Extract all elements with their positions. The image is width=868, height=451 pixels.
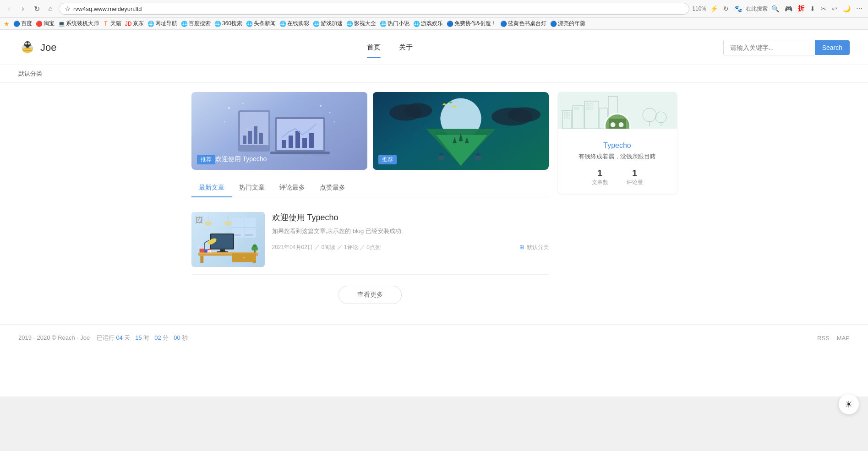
bookmark-video[interactable]: 🌐影视大全 <box>346 20 376 27</box>
search-input[interactable] <box>723 40 815 55</box>
running-days: 04 <box>116 334 122 341</box>
svg-rect-26 <box>302 138 307 148</box>
svg-point-63 <box>243 257 244 258</box>
svg-rect-24 <box>289 136 293 148</box>
bookmark-baidu-search[interactable]: 🌐百度搜索 <box>181 20 211 27</box>
bookmark-360[interactable]: 🌐360搜索 <box>214 20 242 27</box>
sidebar-profile-bg <box>558 92 677 129</box>
bookmark-lamp[interactable]: 🔵蓝黄色书桌台灯 <box>500 20 546 27</box>
stat-comments: 1 评论量 <box>627 168 643 186</box>
bookmark-collab[interactable]: 🔵免费协作&创造！ <box>447 20 497 27</box>
svg-rect-56 <box>220 250 224 251</box>
search-area: Search <box>723 40 850 55</box>
nav-area: 首页 关于 <box>358 38 422 57</box>
tab-most-likes[interactable]: 点赞最多 <box>312 179 353 197</box>
nav-about[interactable]: 关于 <box>390 38 422 57</box>
forward-button[interactable]: › <box>17 3 28 14</box>
tab-popular[interactable]: 热门文章 <box>232 179 272 197</box>
article-title[interactable]: 欢迎使用 Typecho <box>272 212 549 223</box>
bookmark-game-ent[interactable]: 🌐游戏娱乐 <box>413 20 443 27</box>
home-button[interactable]: ⌂ <box>45 3 56 14</box>
download-icon-button[interactable]: ⬇ <box>808 4 817 13</box>
scissors-icon-button[interactable]: ✂ <box>819 4 828 13</box>
svg-rect-20 <box>259 133 263 144</box>
website-content: Joe 首页 关于 Search 默认分类 <box>0 30 868 397</box>
bookmark-nav[interactable]: 🌐网址导航 <box>147 20 177 27</box>
running-prefix: 已运行 <box>97 334 115 341</box>
article-content: 欢迎使用 Typecho 如果您看到这篇文章,表示您的 blog 已经安装成功.… <box>272 212 549 251</box>
bookmark-jd[interactable]: JD京东 <box>125 20 144 27</box>
site-footer: 2019 - 2020 © Reach - Joe 已运行 04 天 15 时 … <box>0 324 868 351</box>
svg-marker-40 <box>438 152 444 155</box>
back-button[interactable]: ‹ <box>4 3 15 14</box>
logo-area: Joe <box>18 38 56 57</box>
comments-count: 1 <box>627 168 643 179</box>
bookmark-toutiao[interactable]: 🌐头条新闻 <box>246 20 276 27</box>
sidebar: Typecho 有钱终成着属，没钱亲眼目睹 1 文章数 1 评论量 <box>558 92 677 315</box>
bookmark-star: ★ <box>4 20 10 27</box>
svg-rect-23 <box>282 140 286 148</box>
refresh-button[interactable]: ↻ <box>31 3 42 14</box>
load-more-button[interactable]: 查看更多 <box>338 286 402 304</box>
footer-rss-link[interactable]: RSS <box>817 335 830 342</box>
featured-title-1: 欢迎使用 Typecho <box>215 155 267 163</box>
more-button[interactable]: ⋯ <box>854 4 864 13</box>
days-label: 天 <box>124 334 130 341</box>
svg-point-98 <box>618 122 623 127</box>
sidebar-username[interactable]: Typecho <box>565 141 670 150</box>
svg-point-70 <box>251 247 255 251</box>
search-button[interactable]: Search <box>815 40 850 55</box>
bookmark-game-speed[interactable]: 🌐游戏加速 <box>313 20 343 27</box>
svg-point-71 <box>255 247 258 251</box>
nav-home[interactable]: 首页 <box>358 38 390 57</box>
svg-rect-28 <box>270 152 330 154</box>
svg-rect-18 <box>248 131 252 144</box>
article-likes: 0点赞 <box>366 244 381 250</box>
featured-item-2[interactable]: 推荐 <box>373 92 549 170</box>
featured-badge-1: 推荐 <box>197 155 215 164</box>
bookmark-baidu[interactable]: 🔵百度 <box>13 20 32 27</box>
article-separator-2: ／ <box>337 244 344 250</box>
search-icon-button[interactable]: 🔍 <box>770 4 781 13</box>
article-meta-right: ⊞ 默认分类 <box>519 244 549 251</box>
reload-button[interactable]: ↻ <box>721 4 731 13</box>
url-bar[interactable]: ☆ rvw4sq.www.meideyun.ltd <box>59 3 689 15</box>
site-header: Joe 首页 关于 Search <box>0 30 868 65</box>
bookmark-novels[interactable]: 🌐热门小说 <box>380 20 409 27</box>
svg-rect-19 <box>254 126 257 144</box>
svg-rect-27 <box>309 133 314 148</box>
sidebar-profile: Typecho 有钱终成着属，没钱亲眼目睹 1 文章数 1 评论量 <box>558 92 677 194</box>
browser-toolbar: ‹ › ↻ ⌂ ☆ rvw4sq.www.meideyun.ltd 110% ⚡… <box>0 0 868 18</box>
moon-icon-button[interactable]: 🌙 <box>841 4 852 13</box>
lightning-button[interactable]: ⚡ <box>708 4 720 13</box>
bookmark-tmall[interactable]: T天猫 <box>103 20 121 27</box>
extension-button[interactable]: 🐾 <box>732 4 744 13</box>
article-thumbnail: 🖼 <box>191 212 265 267</box>
svg-marker-42 <box>475 152 481 155</box>
seconds-label: 秒 <box>182 334 188 341</box>
svg-point-5 <box>25 42 27 44</box>
featured-item-1[interactable]: 推荐 欢迎使用 Typecho <box>191 92 367 170</box>
laptop-illustration <box>215 99 344 163</box>
svg-marker-44 <box>204 222 212 226</box>
load-more-area: 查看更多 <box>191 275 549 315</box>
bookmark-lottery[interactable]: 🌐在线购彩 <box>279 20 309 27</box>
tab-latest[interactable]: 最新文章 <box>191 179 232 197</box>
discount-icon-button[interactable]: 折 <box>796 4 806 14</box>
bookmark-taobao[interactable]: 🔴淘宝 <box>36 20 55 27</box>
undo-icon-button[interactable]: ↩ <box>830 4 839 13</box>
tab-most-comments[interactable]: 评论最多 <box>272 179 312 197</box>
browser-actions: 110% ⚡ ↻ 🐾 在此搜索 🔍 🎮 折 ⬇ ✂ ↩ 🌙 ⋯ <box>692 4 864 14</box>
svg-point-10 <box>242 103 243 104</box>
bookmark-year[interactable]: 🔵漂亮的年羹 <box>550 20 585 27</box>
logo-text: Joe <box>40 42 56 54</box>
category-stack-icon: ⊞ <box>519 244 524 250</box>
footer-map-link[interactable]: MAP <box>837 335 850 342</box>
sidebar-profile-info: Typecho 有钱终成着属，没钱亲眼目睹 1 文章数 1 评论量 <box>558 129 677 194</box>
svg-point-97 <box>610 122 615 127</box>
sidebar-bio: 有钱终成着属，没钱亲眼目睹 <box>565 152 670 161</box>
bookmark-system[interactable]: 💻系统装机大师 <box>58 20 99 27</box>
game-icon-button[interactable]: 🎮 <box>783 4 794 13</box>
svg-point-14 <box>333 121 335 123</box>
avatar-icon <box>606 114 629 129</box>
